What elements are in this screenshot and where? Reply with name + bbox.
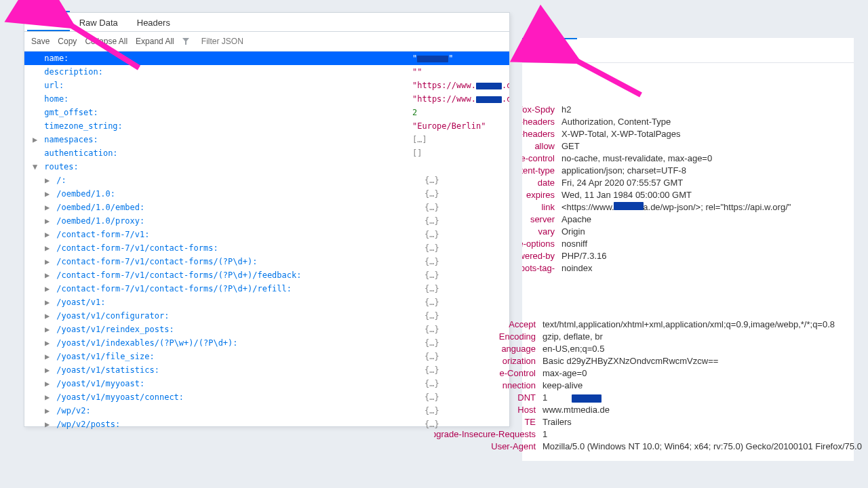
response-headers: Firefox-Spdyh2low-headersAuthorization, … bbox=[522, 104, 854, 274]
header-row: User-AgentMozilla/5.0 (Windows NT 10.0; … bbox=[434, 441, 854, 453]
json-row[interactable]: gmt_offset:2 bbox=[24, 106, 509, 119]
header-row: ype-optionsnosniff bbox=[522, 238, 854, 250]
copy-button[interactable]: Copy bbox=[58, 37, 77, 46]
header-row: expiresWed, 11 Jan 1984 05:00:00 GMT bbox=[522, 189, 854, 201]
header-row: ontent-typeapplication/json; charset=UTF… bbox=[522, 165, 854, 177]
json-row[interactable]: ▶ /contact-form-7/v1:{…} bbox=[24, 228, 509, 241]
json-row[interactable]: ▶ /yoast/v1:{…} bbox=[24, 296, 509, 309]
json-row[interactable]: ▶ /contact-form-7/v1/contact-forms/(?P\d… bbox=[24, 282, 509, 296]
tab-json[interactable]: JSON bbox=[27, 11, 70, 31]
json-row[interactable]: name:"" bbox=[24, 52, 509, 65]
header-row: orizationBasic d29yZHByZXNzOndvcmRwcmVzc… bbox=[434, 355, 854, 367]
json-row[interactable]: ▶ /oembed/1.0/proxy:{…} bbox=[24, 214, 509, 228]
header-row: ache-controlno-cache, must-revalidate, m… bbox=[522, 152, 854, 165]
json-toolbar: Save Copy Collapse All Expand All bbox=[24, 32, 509, 52]
header-row: dateFri, 24 Apr 2020 07:55:57 GMT bbox=[522, 177, 854, 189]
redaction-block bbox=[614, 202, 644, 210]
redaction-block bbox=[572, 394, 601, 403]
header-row: Upgrade-Insecure-Requests1 bbox=[434, 428, 854, 441]
request-headers: Accepttext/html,application/xhtml+xml,ap… bbox=[434, 319, 854, 453]
header-row: Encodinggzip, deflate, br bbox=[434, 331, 854, 343]
header-row: serverApache bbox=[522, 214, 854, 226]
header-row: powered-byPHP/7.3.16 bbox=[522, 250, 854, 262]
expand-all-button[interactable]: Expand All bbox=[136, 37, 174, 46]
header-row: TETrailers bbox=[434, 416, 854, 428]
save-button[interactable]: Save bbox=[31, 37, 50, 46]
json-row[interactable]: ▶ /oembed/1.0/embed:{…} bbox=[24, 201, 509, 214]
header-row: anguageen-US,en;q=0.5 bbox=[434, 343, 854, 355]
collapse-all-button[interactable]: Collapse All bbox=[85, 37, 127, 46]
header-row: nnectionkeep-alive bbox=[434, 380, 854, 392]
header-row: varyOrigin bbox=[522, 226, 854, 238]
filter-icon bbox=[182, 38, 189, 45]
header-row: e-Controlmax-age=0 bbox=[434, 367, 854, 380]
header-row: -robots-tagnoindex bbox=[522, 262, 854, 274]
header-row: ose-headersX-WP-Total, X-WP-TotalPages bbox=[522, 128, 854, 140]
json-row[interactable]: description:"" bbox=[24, 65, 509, 79]
tab-headers-left[interactable]: Headers bbox=[127, 14, 180, 31]
json-row[interactable]: ▶ /contact-form-7/v1/contact-forms/(?P\d… bbox=[24, 255, 509, 268]
json-row[interactable]: ▶ /oembed/1.0:{…} bbox=[24, 187, 509, 201]
json-row[interactable]: ▶ /contact-form-7/v1/contact-forms:{…} bbox=[24, 241, 509, 255]
header-row: allowGET bbox=[522, 140, 854, 152]
json-row[interactable]: ▶ /:{…} bbox=[24, 174, 509, 187]
json-row[interactable]: timezone_string:"Europe/Berlin" bbox=[24, 119, 509, 133]
tab-raw-data[interactable]: Raw Data bbox=[70, 14, 127, 31]
json-row[interactable]: ▶ /contact-form-7/v1/contact-forms/(?P\d… bbox=[24, 268, 509, 282]
header-row: low-headersAuthorization, Content-Type bbox=[522, 116, 854, 128]
json-row[interactable]: ▼ routes: bbox=[24, 160, 509, 174]
filter-json-input[interactable] bbox=[200, 36, 298, 47]
header-row: Accepttext/html,application/xhtml+xml,ap… bbox=[434, 319, 854, 331]
json-row[interactable]: ▶ namespaces:[…] bbox=[24, 133, 509, 146]
header-row: link<https://www.mtmedia.de/wp-json/>; r… bbox=[522, 201, 854, 214]
left-tabs: JSON Raw Data Headers bbox=[24, 13, 509, 32]
header-row: Firefox-Spdyh2 bbox=[522, 104, 854, 116]
json-row[interactable]: url:"https://www..de" bbox=[24, 79, 509, 92]
header-row: Hostwww.mtmedia.de bbox=[434, 404, 854, 416]
json-row[interactable]: authentication:[] bbox=[24, 146, 509, 160]
tab-headers-right[interactable]: Headers bbox=[522, 38, 577, 62]
right-tabs: Headers bbox=[522, 38, 854, 63]
json-row[interactable]: home:"https://www..de" bbox=[24, 92, 509, 106]
header-row: DNT1 bbox=[434, 392, 854, 404]
